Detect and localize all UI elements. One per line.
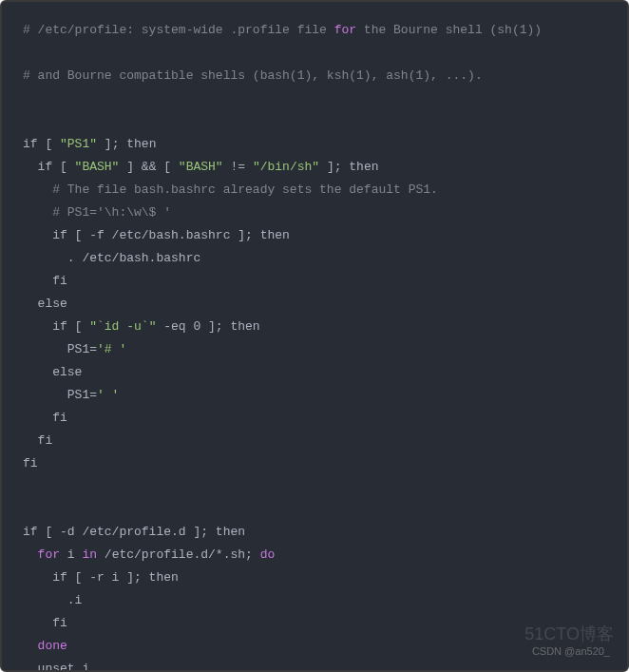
code-line: fi [23,433,52,448]
code-line: # PS1='\h:\w\$ ' [23,205,171,220]
code-line: else [23,365,82,379]
code-line: . /etc/bash.bashrc [23,251,200,265]
code-line: PS1='# ' [23,342,126,356]
code-line: if [ -r i ]; then [23,570,179,585]
code-editor-panel: # /etc/profile: system-wide .profile fil… [0,0,629,672]
code-line: fi [23,274,67,288]
code-line: # and Bourne compatible shells (bash(1),… [23,68,483,83]
code-line: fi [23,411,67,425]
code-line: fi [23,616,67,630]
code-line: if [ -f /etc/bash.bashrc ]; then [23,228,290,242]
code-line: if [ "PS1" ]; then [23,137,156,151]
code-line: if [ "BASH" ] && [ "BASH" != "/bin/sh" ]… [23,160,379,174]
code-line: PS1=' ' [23,388,119,402]
code-line: else [23,297,67,311]
code-line: if [ -d /etc/profile.d ]; then [23,525,245,539]
code-line: done [23,639,67,653]
code-line: fi [23,456,38,470]
code-line: unset i [23,662,89,672]
code-line: .i [23,593,82,607]
code-line: # /etc/profile: system-wide .profile fil… [23,23,542,37]
code-line: if [ "`id -u`" -eq 0 ]; then [23,319,260,334]
code-line: for i in /etc/profile.d/*.sh; do [23,547,275,562]
code-line: # The file bash.bashrc already sets the … [23,182,438,197]
code-block: # /etc/profile: system-wide .profile fil… [2,2,627,672]
